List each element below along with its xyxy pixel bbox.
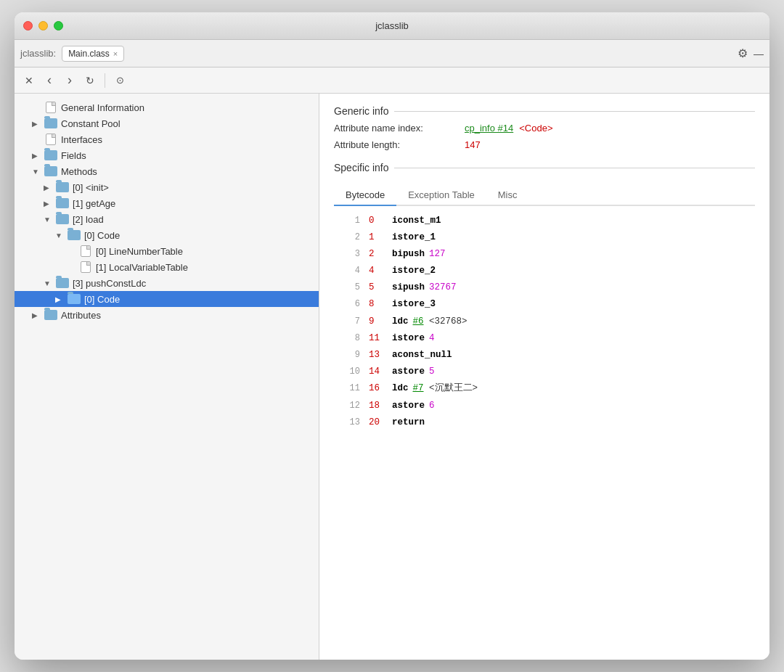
- line-num-3: 3: [340, 247, 360, 261]
- code-line-8: 8 11 istore 4: [334, 329, 755, 346]
- folder-icon-init: [55, 181, 70, 193]
- tab-exception-table[interactable]: Exception Table: [396, 185, 486, 206]
- tree-arrow-load-code: [55, 231, 67, 239]
- opcode-10: astore: [392, 364, 425, 379]
- minimize-icon[interactable]: [754, 48, 764, 60]
- sidebar-label-load-code: [0] Code: [84, 230, 120, 241]
- sidebar-item-interfaces[interactable]: Interfaces: [15, 131, 319, 147]
- opcode-13: return: [392, 415, 425, 430]
- offset-10: 14: [369, 364, 386, 379]
- code-line-4: 4 4 istore_2: [334, 263, 755, 279]
- offset-1: 0: [369, 213, 386, 228]
- right-panel: Generic info Attribute name index: cp_in…: [319, 94, 769, 660]
- sidebar-item-general[interactable]: General Information: [15, 99, 319, 115]
- folder-icon-attributes: [44, 309, 58, 321]
- tree-arrow-constant-pool: [32, 120, 44, 128]
- back-button[interactable]: ‹: [41, 72, 58, 89]
- attr-length-row: Attribute length: 147: [334, 139, 755, 150]
- close-nav-icon: ✕: [25, 75, 33, 86]
- forward-button[interactable]: ›: [61, 72, 78, 89]
- specific-info-line: [394, 168, 755, 168]
- code-line-7: 7 9 ldc #6 <32768>: [334, 313, 755, 329]
- line-num-12: 12: [340, 399, 360, 413]
- operand-7-1[interactable]: #6: [413, 314, 424, 329]
- traffic-lights: [23, 21, 63, 30]
- settings-icon[interactable]: [738, 46, 748, 60]
- operand-5-1: 32767: [429, 280, 457, 295]
- sidebar-item-getage[interactable]: [1] getAge: [15, 195, 319, 211]
- sidebar: General Information Constant Pool Interf…: [15, 94, 319, 660]
- tab-label: Main.class: [68, 49, 110, 59]
- globe-button[interactable]: ⊙: [111, 72, 128, 89]
- sidebar-label-getage: [1] getAge: [73, 198, 115, 209]
- attr-name-link[interactable]: cp_info #14: [465, 123, 513, 134]
- opcode-7: ldc: [392, 314, 409, 329]
- sidebar-item-fields[interactable]: Fields: [15, 147, 319, 163]
- tree-arrow-fields: [32, 152, 44, 160]
- tree-arrow-getage: [44, 200, 55, 208]
- offset-11: 16: [369, 381, 386, 396]
- sidebar-item-load-code[interactable]: [0] Code: [15, 227, 319, 243]
- line-num-5: 5: [340, 281, 360, 295]
- sidebar-label-lnt: [0] LineNumberTable: [96, 246, 183, 257]
- tab-bytecode[interactable]: Bytecode: [334, 185, 396, 206]
- folder-icon-load: [55, 213, 70, 225]
- sidebar-label-init: [0] <init>: [73, 182, 109, 193]
- offset-6: 8: [369, 297, 386, 311]
- sidebar-label-interfaces: Interfaces: [61, 134, 102, 145]
- offset-2: 1: [369, 230, 386, 245]
- sidebar-item-constant-pool[interactable]: Constant Pool: [15, 115, 319, 131]
- maximize-button[interactable]: [54, 21, 63, 30]
- operand-11-1[interactable]: #7: [413, 381, 424, 396]
- close-button[interactable]: [23, 21, 33, 30]
- sidebar-item-load[interactable]: [2] load: [15, 211, 319, 227]
- tree-arrow-pushconstldc-code: [55, 295, 67, 303]
- forward-icon: ›: [68, 73, 72, 88]
- line-num-4: 4: [340, 264, 360, 278]
- minimize-button[interactable]: [38, 21, 48, 30]
- code-line-12: 12 18 astore 6: [334, 397, 755, 414]
- code-line-13: 13 20 return: [334, 414, 755, 430]
- nav-separator: [105, 73, 105, 88]
- refresh-button[interactable]: ↻: [81, 72, 99, 89]
- offset-13: 20: [369, 415, 386, 430]
- folder-icon-fields: [44, 149, 58, 161]
- opcode-11: ldc: [392, 381, 409, 396]
- tab-misc[interactable]: Misc: [486, 185, 529, 206]
- code-line-2: 2 1 istore_1: [334, 229, 755, 245]
- sidebar-item-pushconstldc-code[interactable]: [0] Code: [15, 291, 319, 307]
- attr-length-value: 147: [465, 139, 481, 150]
- main-class-tab[interactable]: Main.class ×: [62, 46, 124, 62]
- operand-3-1: 127: [429, 247, 446, 261]
- sidebar-item-attributes[interactable]: Attributes: [15, 307, 319, 323]
- tab-close-button[interactable]: ×: [113, 49, 118, 58]
- offset-8: 11: [369, 331, 386, 345]
- sidebar-item-pushconstldc[interactable]: [3] pushConstLdc: [15, 275, 319, 291]
- app-window: jclasslib jclasslib: Main.class × ✕ ‹ › …: [15, 12, 769, 660]
- sidebar-label-pushconstldc: [3] pushConstLdc: [73, 278, 146, 289]
- line-num-7: 7: [340, 315, 360, 329]
- line-num-10: 10: [340, 365, 360, 379]
- code-line-5: 5 5 sipush 32767: [334, 279, 755, 296]
- operand-8-1: 4: [429, 331, 435, 345]
- folder-icon-methods: [44, 165, 58, 177]
- operand-11-2: <沉默王二>: [424, 381, 478, 396]
- main-content: General Information Constant Pool Interf…: [15, 94, 769, 660]
- sidebar-item-lnt[interactable]: [0] LineNumberTable: [15, 243, 319, 259]
- window-controls-right: [738, 46, 764, 60]
- back-icon: ‹: [47, 73, 52, 88]
- attr-name-label: Attribute name index:: [334, 123, 465, 134]
- offset-4: 4: [369, 263, 386, 278]
- opcode-6: istore_3: [392, 297, 436, 311]
- sidebar-item-methods[interactable]: Methods: [15, 163, 319, 179]
- close-nav-button[interactable]: ✕: [20, 72, 38, 89]
- nav-bar: ✕ ‹ › ↻ ⊙: [15, 67, 769, 94]
- line-num-11: 11: [340, 382, 360, 396]
- file-icon-lnt: [78, 245, 93, 257]
- tree-arrow-load: [44, 216, 55, 224]
- sidebar-label-fields: Fields: [61, 150, 86, 161]
- tabs-container: Bytecode Exception Table Misc 1 0 iconst…: [334, 185, 755, 496]
- sidebar-item-lvt[interactable]: [1] LocalVariableTable: [15, 259, 319, 275]
- code-line-9: 9 13 aconst_null: [334, 347, 755, 364]
- sidebar-item-method-init[interactable]: [0] <init>: [15, 179, 319, 195]
